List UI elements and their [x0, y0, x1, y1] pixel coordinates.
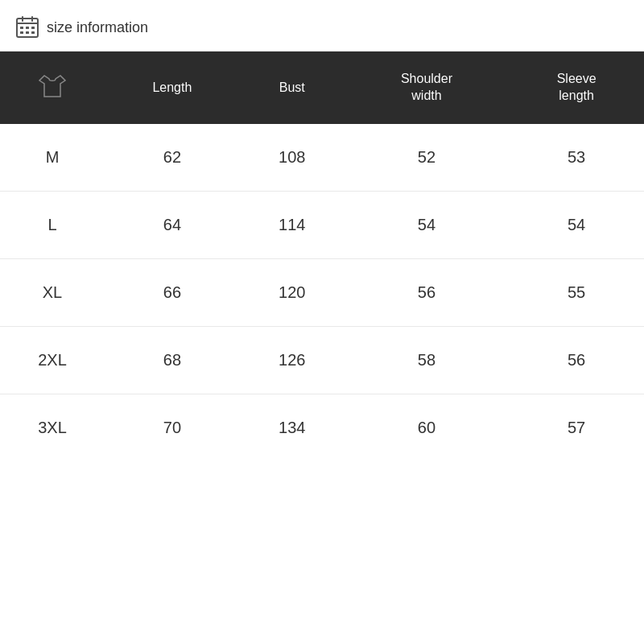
svg-rect-4: [20, 27, 23, 29]
cell-length-4: 70: [105, 394, 240, 461]
size-table: Length Bust Shoulderwidth Sleevelength M…: [0, 52, 644, 461]
svg-rect-5: [26, 27, 29, 29]
svg-rect-6: [31, 27, 35, 29]
cell-length-1: 64: [105, 191, 240, 258]
col-header-size: [0, 52, 105, 124]
cell-size-1: L: [0, 191, 105, 258]
svg-rect-8: [26, 31, 29, 34]
cell-shoulder_width-4: 60: [345, 394, 510, 461]
shirt-icon: [36, 69, 68, 101]
calendar-icon: [16, 16, 39, 39]
col-header-length: Length: [105, 52, 240, 124]
header-title: size information: [47, 19, 148, 36]
cell-size-2: XL: [0, 258, 105, 326]
table-row: 2XL681265856: [0, 326, 644, 394]
table-header-row: Length Bust Shoulderwidth Sleevelength: [0, 52, 644, 124]
header-section: size information: [0, 0, 644, 52]
cell-size-0: M: [0, 124, 105, 192]
cell-bust-3: 126: [240, 326, 345, 394]
cell-bust-4: 134: [240, 394, 345, 461]
col-header-bust: Bust: [240, 52, 345, 124]
cell-length-3: 68: [105, 326, 240, 394]
cell-bust-1: 114: [240, 191, 345, 258]
table-container: Length Bust Shoulderwidth Sleevelength M…: [0, 52, 644, 644]
table-row: L641145454: [0, 191, 644, 258]
cell-size-4: 3XL: [0, 394, 105, 461]
cell-length-0: 62: [105, 124, 240, 192]
cell-sleeve_length-1: 54: [509, 191, 644, 258]
cell-sleeve_length-0: 53: [509, 124, 644, 192]
table-row: M621085253: [0, 124, 644, 192]
svg-rect-9: [31, 31, 35, 34]
cell-shoulder_width-2: 56: [345, 258, 510, 326]
cell-shoulder_width-1: 54: [345, 191, 510, 258]
cell-bust-2: 120: [240, 258, 345, 326]
cell-sleeve_length-4: 57: [509, 394, 644, 461]
table-row: XL661205655: [0, 258, 644, 326]
cell-length-2: 66: [105, 258, 240, 326]
cell-size-3: 2XL: [0, 326, 105, 394]
cell-sleeve_length-3: 56: [509, 326, 644, 394]
col-header-sleeve-length: Sleevelength: [509, 52, 644, 124]
page-container: size information Length Bust Shoulderwid…: [0, 0, 644, 644]
cell-sleeve_length-2: 55: [509, 258, 644, 326]
cell-bust-0: 108: [240, 124, 345, 192]
cell-shoulder_width-3: 58: [345, 326, 510, 394]
table-row: 3XL701346057: [0, 394, 644, 461]
svg-rect-7: [20, 31, 23, 34]
col-header-shoulder-width: Shoulderwidth: [345, 52, 510, 124]
cell-shoulder_width-0: 52: [345, 124, 510, 192]
